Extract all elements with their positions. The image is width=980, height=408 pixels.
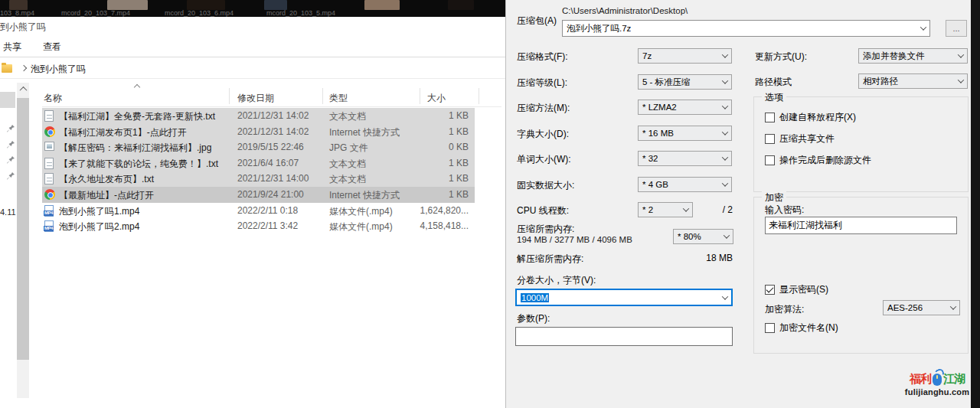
archive-name-combobox[interactable]: 泡到小熊了吗.7z: [562, 20, 930, 37]
update-mode-value: 添加并替换文件: [863, 51, 925, 62]
file-row[interactable]: 【福利江湖发布页1】-点此打开 2021/12/31 14:02 Interne…: [42, 124, 475, 140]
chevron-down-icon: [683, 205, 689, 211]
file-icon: [44, 110, 54, 122]
format-select[interactable]: 7z: [638, 48, 732, 64]
menu-share[interactable]: 共享: [3, 41, 21, 54]
file-type: 媒体文件(.mp4): [329, 220, 393, 233]
option-delete-after[interactable]: 操作完成后删除源文件: [765, 154, 871, 167]
scrollbar-thumb[interactable]: [17, 98, 29, 360]
column-divider[interactable]: [479, 88, 479, 104]
file-size: 4,158,418...: [394, 220, 469, 231]
file-icon: [44, 126, 55, 137]
encryption-method-label: 加密算法:: [765, 303, 804, 316]
file-row[interactable]: 【解压密码：来福利江湖找福利】.jpg 2019/5/15 22:46 JPG …: [42, 139, 475, 155]
file-date: 2019/5/15 22:46: [237, 142, 304, 152]
chevron-down-icon: [722, 180, 728, 186]
pin-icon[interactable]: [6, 140, 15, 149]
file-row[interactable]: 【最新地址】-点此打开 2021/9/24 21:00 Internet 快捷方…: [42, 187, 475, 203]
memory-decompress-label: 解压缩所需内存:: [517, 253, 583, 266]
breadcrumb[interactable]: 泡到小熊了吗: [31, 63, 86, 76]
file-row[interactable]: 泡到小熊了吗2.mp4 2022/2/11 3:42 媒体文件(.mp4) 4,…: [42, 218, 475, 234]
file-name: 【最新地址】-点此打开: [59, 189, 154, 202]
file-row[interactable]: 【来了就能下载的论坛，纯免费！】.txt 2021/6/4 16:07 文本文档…: [42, 155, 475, 171]
sort-ascending-icon: [134, 84, 140, 90]
archive-path: C:\Users\Administrator\Desktop\: [562, 6, 688, 15]
file-icon: [44, 173, 54, 184]
path-mode-value: 相对路径: [863, 76, 898, 87]
video-filename: 103_8.mp4: [0, 9, 34, 17]
checkbox-unchecked[interactable]: [765, 323, 775, 333]
file-icon: [44, 158, 54, 169]
sidebar-item-highlight[interactable]: [0, 92, 15, 108]
memory-compress-label: 压缩所需内存:: [517, 223, 574, 236]
menu-view[interactable]: 查看: [43, 41, 61, 54]
file-name: 泡到小熊了吗2.mp4: [59, 220, 139, 233]
dictionary-select[interactable]: * 16 MB: [638, 126, 732, 141]
parameters-label: 参数(P):: [517, 312, 550, 325]
memory-compress-detail: 194 MB / 3277 MB / 4096 MB: [517, 235, 632, 244]
format-label: 压缩格式(F):: [517, 51, 568, 64]
logo-text-right: 江湖: [943, 372, 965, 387]
column-header-type[interactable]: 类型: [329, 92, 348, 105]
level-value: 5 - 标准压缩: [642, 77, 691, 88]
cpu-threads-total: / 2: [713, 204, 733, 215]
solid-block-label: 固实数据大小:: [517, 179, 574, 192]
memory-percent-value: * 80%: [678, 232, 701, 241]
option-compress-shared[interactable]: 压缩共享文件: [765, 132, 835, 145]
file-row[interactable]: 【永久地址发布页】.txt 2021/12/31 14:00 文本文档 1 KB: [42, 171, 475, 187]
file-size: 0 KB: [394, 142, 469, 152]
pin-icon[interactable]: [6, 155, 15, 165]
level-select[interactable]: 5 - 标准压缩: [638, 74, 732, 90]
file-name: 【福利江湖发布页1】-点此打开: [59, 126, 187, 139]
encryption-group-title: 加密: [762, 191, 786, 204]
chevron-down-icon: [958, 77, 964, 83]
method-select[interactable]: * LZMA2: [638, 100, 732, 115]
options-group: 选项 创建自释放程序(X) 压缩共享文件 操作完成后删除源文件: [753, 96, 969, 192]
encrypt-filenames-option[interactable]: 加密文件名(N): [765, 322, 838, 335]
column-header-size[interactable]: 大小: [427, 92, 446, 105]
dictionary-label: 字典大小(D):: [517, 128, 569, 141]
column-divider[interactable]: [322, 88, 323, 104]
solid-block-select[interactable]: * 4 GB: [638, 177, 732, 192]
video-filename: mcord_20_103_6.mp4: [165, 9, 234, 17]
file-date: 2022/2/11 0:18: [237, 205, 298, 216]
checkbox-unchecked[interactable]: [765, 155, 775, 165]
chevron-up-icon: [19, 86, 27, 94]
column-divider[interactable]: [420, 88, 420, 104]
file-date: 2021/9/24 21:00: [237, 189, 304, 200]
option-create-sfx[interactable]: 创建自释放程序(X): [765, 111, 856, 124]
browse-button[interactable]: ...: [946, 20, 967, 37]
file-type: Internet 快捷方式: [329, 189, 400, 202]
file-name: 泡到小熊了吗1.mp4: [59, 205, 139, 218]
file-row[interactable]: 泡到小熊了吗1.mp4 2022/2/11 0:18 媒体文件(.mp4) 1,…: [42, 203, 475, 219]
column-header-name[interactable]: 名称: [44, 92, 62, 105]
file-row[interactable]: 【福利江湖】全免费-无套路-更新快.txt 2021/12/31 14:02 文…: [42, 108, 475, 124]
vertical-scrollbar[interactable]: [17, 83, 29, 398]
chevron-down-icon: [920, 24, 926, 30]
parameters-input[interactable]: [515, 327, 733, 346]
word-size-select[interactable]: * 32: [638, 151, 732, 166]
checkbox-unchecked[interactable]: [765, 134, 775, 144]
pin-icon[interactable]: [6, 171, 15, 181]
pin-icon[interactable]: [6, 124, 15, 133]
cpu-threads-select[interactable]: * 2: [638, 202, 693, 217]
address-bar[interactable]: 泡到小熊了吗: [0, 57, 505, 79]
column-header-date[interactable]: 修改日期: [237, 92, 274, 105]
path-mode-select[interactable]: 相对路径: [858, 73, 968, 89]
encryption-method-select[interactable]: AES-256: [883, 300, 960, 315]
checkbox-checked[interactable]: [765, 285, 775, 295]
column-divider[interactable]: [229, 88, 230, 104]
show-password-option[interactable]: 显示密码(S): [765, 283, 828, 296]
logo-domain: fulijianghu.com: [904, 387, 970, 397]
scroll-up-button[interactable]: [17, 83, 29, 96]
update-mode-select[interactable]: 添加并替换文件: [858, 48, 968, 64]
file-type: 媒体文件(.mp4): [329, 205, 393, 218]
volume-size-combobox[interactable]: 1000M: [515, 289, 733, 306]
checkbox-unchecked[interactable]: [765, 113, 775, 122]
fulijianghu-logo: 福利 江湖 fulijianghu.com: [904, 372, 970, 397]
level-label: 压缩等级(L):: [517, 77, 567, 90]
password-input[interactable]: [765, 217, 957, 234]
method-label: 压缩方法(M):: [517, 102, 570, 115]
volume-size-value: 1000M: [521, 293, 549, 302]
memory-percent-select[interactable]: * 80%: [673, 229, 733, 244]
